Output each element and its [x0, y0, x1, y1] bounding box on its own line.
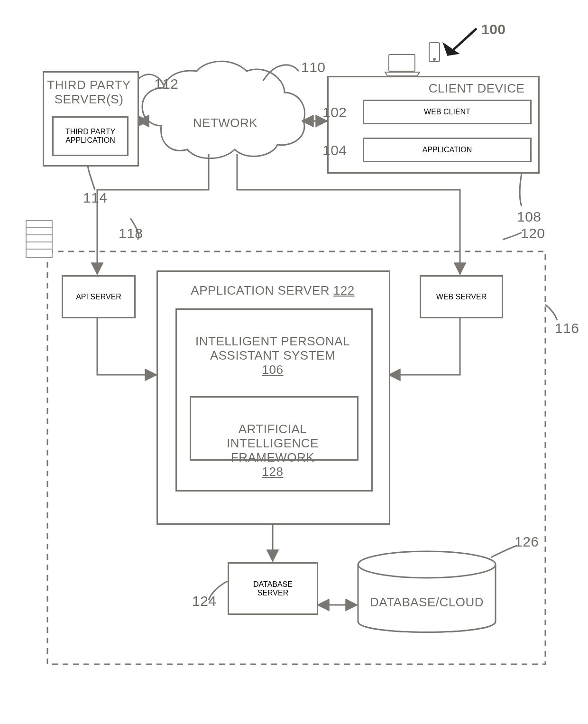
ref-114: 114 — [83, 190, 108, 206]
svg-rect-7 — [389, 55, 415, 71]
application-box: APPLICATION — [363, 138, 532, 162]
ipa-system-text: INTELLIGENT PERSONAL ASSISTANT SYSTEM — [195, 334, 350, 362]
ref-124: 124 — [192, 593, 217, 609]
database-server-label: DATABASE SERVER — [253, 580, 293, 597]
ref-110: 110 — [301, 59, 326, 75]
ai-framework-label: ARTIFICIAL INTELLIGENCE FRAMEWORK 128 — [192, 408, 353, 479]
ref-112: 112 — [154, 76, 179, 92]
api-server-label: API SERVER — [76, 293, 121, 301]
ai-framework-text: ARTIFICIAL INTELLIGENCE FRAMEWORK — [227, 422, 319, 464]
svg-point-9 — [433, 58, 435, 60]
api-server-box: API SERVER — [62, 275, 136, 318]
ai-framework-ref: 128 — [262, 464, 284, 479]
web-client-label: WEB CLIENT — [424, 108, 470, 116]
diagram-stage: THIRD PARTY SERVER(S) THIRD PARTY APPLIC… — [0, 0, 588, 724]
ref-100: 100 — [481, 21, 506, 37]
third-party-server-label: THIRD PARTY SERVER(S) — [45, 78, 133, 107]
client-device-label: CLIENT DEVICE — [417, 82, 536, 96]
ipa-system-label: INTELLIGENT PERSONAL ASSISTANT SYSTEM 10… — [180, 320, 365, 377]
ipa-system-ref: 106 — [262, 362, 284, 377]
ref-118: 118 — [119, 225, 143, 241]
ref-104: 104 — [322, 142, 347, 158]
ref-102: 102 — [322, 104, 347, 121]
svg-point-5 — [358, 551, 496, 578]
database-cloud-label: DATABASE/CLOUD — [365, 595, 488, 610]
third-party-application-box: THIRD PARTY APPLICATION — [52, 116, 129, 156]
svg-rect-10 — [26, 221, 52, 258]
web-server-label: WEB SERVER — [436, 293, 487, 301]
application-server-ref: 122 — [333, 283, 355, 297]
third-party-application-label: THIRD PARTY APPLICATION — [65, 128, 115, 145]
web-server-box: WEB SERVER — [420, 275, 503, 318]
application-label: APPLICATION — [423, 146, 472, 154]
web-client-box: WEB CLIENT — [363, 100, 532, 124]
ref-120: 120 — [521, 225, 545, 241]
ref-108: 108 — [517, 209, 542, 225]
ref-116: 116 — [555, 320, 579, 336]
ref-126: 126 — [514, 534, 539, 550]
database-server-box: DATABASE SERVER — [228, 562, 318, 615]
application-server-label: APPLICATION SERVER 122 — [168, 284, 377, 298]
network-label: NETWORK — [190, 116, 261, 130]
application-server-text: APPLICATION SERVER — [191, 283, 330, 297]
